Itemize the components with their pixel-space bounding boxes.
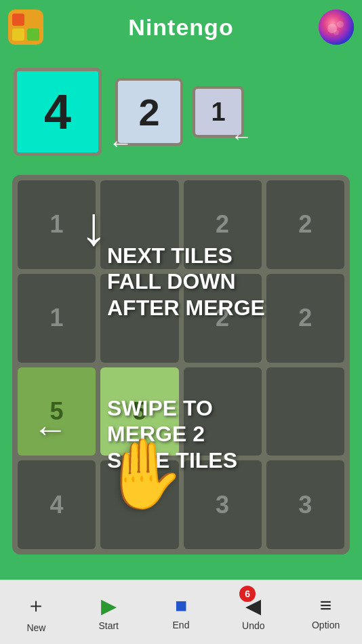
tile-1-value: 4 [44,84,71,140]
stop-icon: ■ [175,594,187,617]
arrow-1: ← [108,129,133,157]
header-title: Nintengo [128,14,233,41]
end-button[interactable]: ■ End [145,580,218,644]
header: Nintengo [0,0,362,54]
cell-3-2: 3 [184,460,262,549]
end-label: End [173,620,190,630]
board-container: 1 2 2 1 2 2 5 5 4 3 3 ↓ NEXT TILES FALL … [12,175,350,555]
new-button[interactable]: ＋ New [0,580,73,644]
start-label: Start [98,620,119,631]
bottom-bar: ＋ New ▶ Start ■ End ◀ Undo 6 ≡ Option [0,580,362,644]
start-button[interactable]: ▶ Start [73,580,145,644]
svg-rect-2 [12,28,24,41]
tiles-area: 4 2 1 ← ← [0,54,362,169]
svg-rect-0 [12,14,24,26]
svg-point-7 [334,30,339,35]
tile-3-value: 1 [211,98,225,127]
left-swipe-arrow: ← [33,409,68,449]
plus-icon: ＋ [26,592,46,620]
cell-1-0: 1 [18,274,96,363]
menu-icon: ≡ [320,594,332,617]
game-center-icon[interactable] [319,9,354,45]
hand-cursor: 🤚 [100,434,185,514]
svg-rect-3 [27,28,39,41]
svg-rect-1 [27,14,39,26]
tile-2-value: 2 [138,90,159,134]
svg-point-6 [337,21,344,28]
undo-badge: 6 [239,586,256,602]
new-label: New [26,622,45,633]
undo-button[interactable]: ◀ Undo 6 [217,580,289,644]
option-button[interactable]: ≡ Option [289,580,362,644]
down-arrow: ↓ [80,195,107,258]
arrow-2: ← [230,124,252,149]
cell-3-0: 4 [18,460,96,549]
game-icon[interactable] [8,9,43,45]
undo-label: Undo [242,620,264,631]
play-icon: ▶ [101,594,117,618]
cell-3-3: 3 [266,460,344,549]
next-tile-1: 4 [14,68,102,156]
overlay-text-next-tiles: NEXT TILES FALL DOWN AFTER MERGE [107,243,343,321]
option-label: Option [312,620,340,630]
